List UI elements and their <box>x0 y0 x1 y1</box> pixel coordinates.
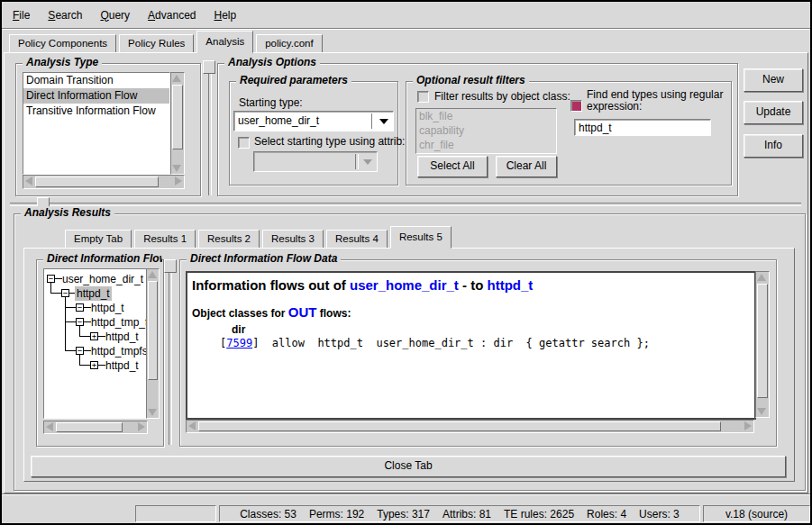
chevron-down-icon <box>363 159 372 165</box>
flow-subheading: Object classes for OUT flows: <box>192 304 754 320</box>
tree-expander-icon[interactable]: − <box>47 275 55 283</box>
tab-policy-rules[interactable]: Policy Rules <box>119 34 194 53</box>
object-class-item: blk_file <box>416 109 556 123</box>
tree-vscrollbar[interactable] <box>146 268 160 419</box>
tree-node-label[interactable]: httpd_tmp_t <box>89 315 147 330</box>
scrollbar-thumb[interactable] <box>56 422 123 432</box>
tree-node-label[interactable]: user_home_dir_t <box>60 272 145 286</box>
stat-roles: Roles: 4 <box>587 508 626 520</box>
flow-data-title: Direct Information Flow Data <box>187 252 341 265</box>
scrollbar-thumb[interactable] <box>35 177 159 187</box>
tree-expander-icon[interactable]: − <box>76 303 84 312</box>
tab-results-4[interactable]: Results 4 <box>326 230 388 249</box>
tree-expander-icon[interactable]: − <box>61 289 69 297</box>
results-content-panel: Direct Information Flow Tree <box>23 248 795 482</box>
tree-node-label[interactable]: httpd_t <box>104 358 141 373</box>
required-parameters-title: Required parameters <box>236 74 351 86</box>
flow-data-group: Direct Information Flow Data Information… <box>179 259 777 447</box>
scrollbar-thumb[interactable] <box>198 421 721 431</box>
pane-sash-handle[interactable] <box>203 60 215 74</box>
analysis-options-group: Analysis Options Required parameters Sta… <box>217 63 738 196</box>
tab-policy-components[interactable]: Policy Components <box>9 34 116 53</box>
scroll-down-icon[interactable] <box>147 407 158 418</box>
new-button[interactable]: New <box>744 68 803 92</box>
starting-type-value: user_home_dir_t <box>238 113 371 129</box>
close-tab-button[interactable]: Close Tab <box>31 456 786 477</box>
required-parameters-group: Required parameters Starting type: user_… <box>229 81 398 186</box>
tree-node-label[interactable]: httpd_tmpfs_t <box>89 344 147 358</box>
scrollbar-thumb[interactable] <box>172 85 183 149</box>
analysis-type-title: Analysis Type <box>23 56 102 68</box>
tree-node-label-selected[interactable]: httpd_t <box>75 286 112 301</box>
analysis-type-item-selected[interactable]: Direct Information Flow <box>23 88 169 104</box>
version-label: v.18 (source) <box>725 508 788 520</box>
pane-sash-line <box>208 60 212 195</box>
scroll-up-icon[interactable] <box>147 269 158 280</box>
main-tab-bar: Policy Components Policy Rules Analysis … <box>9 32 325 53</box>
analysis-type-hscrollbar[interactable] <box>23 175 185 189</box>
filter-object-class-checkbox[interactable] <box>417 91 429 103</box>
rule-id-link[interactable]: 7599 <box>226 337 252 349</box>
analysis-type-item[interactable]: Transitive Information Flow <box>23 104 169 119</box>
tree-expander-icon[interactable]: + <box>90 361 98 369</box>
analysis-results-title: Analysis Results <box>21 206 114 219</box>
scroll-left-icon[interactable] <box>187 421 197 431</box>
menu-search[interactable]: Search <box>48 9 82 22</box>
clear-all-button[interactable]: Clear All <box>496 156 557 177</box>
data-vscrollbar[interactable] <box>755 271 770 418</box>
scrollbar-thumb[interactable] <box>148 281 158 380</box>
results-tab-bar: Empty Tab Results 1 Results 2 Results 3 … <box>65 227 454 249</box>
tree-hscrollbar[interactable] <box>43 421 148 434</box>
object-class-name: dir <box>232 323 754 336</box>
attrib-combobox-disabled <box>253 151 378 172</box>
tree-node-label[interactable]: httpd_t <box>104 330 141 344</box>
starting-type-combobox[interactable]: user_home_dir_t <box>233 111 394 131</box>
status-version-box: v.18 (source) <box>703 505 810 522</box>
info-button[interactable]: Info <box>744 134 803 158</box>
analysis-page: Analysis Type Domain Transition Direct I… <box>4 52 808 493</box>
scroll-up-icon[interactable] <box>171 73 182 84</box>
scroll-up-icon[interactable] <box>756 272 767 283</box>
data-hscrollbar[interactable] <box>186 420 754 433</box>
regex-input[interactable] <box>574 119 711 136</box>
tree-node-label[interactable]: httpd_t <box>89 301 126 315</box>
scrollbar-thumb[interactable] <box>757 284 768 398</box>
scroll-down-icon[interactable] <box>756 406 767 417</box>
update-button[interactable]: Update <box>744 101 803 124</box>
flow-tree: − user_home_dir_t − httpd_t − htt <box>43 268 147 419</box>
scroll-down-icon[interactable] <box>171 163 182 174</box>
stat-types: Types: 317 <box>377 508 430 520</box>
status-bar: Classes: 53 Perms: 192 Types: 317 Attrib… <box>2 493 810 523</box>
menu-bar: File Search Query Advanced Help <box>2 2 810 29</box>
pane-sash-handle[interactable] <box>164 259 177 273</box>
status-stats-box: Classes: 53 Perms: 192 Types: 317 Attrib… <box>219 505 700 522</box>
tree-expander-icon[interactable]: − <box>76 347 84 355</box>
menu-query[interactable]: Query <box>100 9 130 22</box>
tab-policy-conf[interactable]: policy.conf <box>256 34 322 53</box>
tab-results-2[interactable]: Results 2 <box>198 230 260 249</box>
scroll-left-icon[interactable] <box>44 421 55 432</box>
tab-empty-tab[interactable]: Empty Tab <box>65 230 132 249</box>
tab-results-1[interactable]: Results 1 <box>134 230 196 249</box>
scroll-left-icon[interactable] <box>23 176 34 186</box>
tree-expander-icon[interactable]: + <box>90 332 98 340</box>
menu-file[interactable]: File <box>13 9 30 22</box>
tree-expander-icon[interactable]: − <box>76 318 84 326</box>
attrib-checkbox[interactable] <box>238 137 250 149</box>
menu-help[interactable]: Help <box>214 9 236 22</box>
te-rule-line: [7599] allow httpd_t user_home_dir_t : d… <box>220 337 754 349</box>
select-all-button[interactable]: Select All <box>417 156 488 177</box>
analysis-type-listbox: Domain Transition Direct Information Flo… <box>23 72 170 175</box>
analysis-type-item[interactable]: Domain Transition <box>23 73 169 88</box>
tab-analysis[interactable]: Analysis <box>196 31 253 53</box>
tab-results-3[interactable]: Results 3 <box>262 230 324 249</box>
tab-results-5[interactable]: Results 5 <box>390 226 452 249</box>
pane-sash-line <box>10 203 801 206</box>
scroll-right-icon[interactable] <box>173 176 184 186</box>
flow-heading: Information flows out of user_home_dir_t… <box>192 277 754 293</box>
menu-advanced[interactable]: Advanced <box>148 9 196 22</box>
scroll-right-icon[interactable] <box>743 421 753 431</box>
regex-checkbox[interactable] <box>570 100 582 112</box>
analysis-type-vscrollbar[interactable] <box>170 72 185 175</box>
scroll-right-icon[interactable] <box>136 421 147 432</box>
